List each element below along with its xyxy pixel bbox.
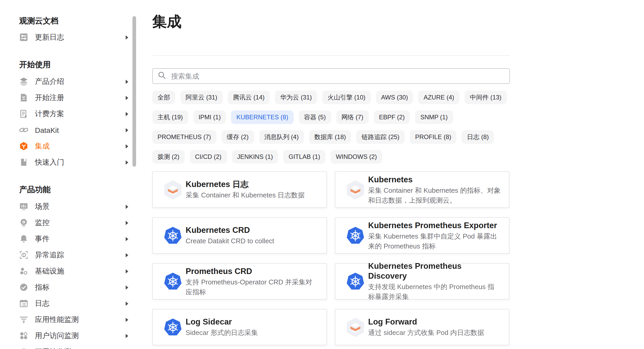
sidebar-item-scene[interactable]: 场景 xyxy=(19,198,129,215)
sidebar-item-apm[interactable]: 应用性能监测 xyxy=(19,311,129,328)
sidebar-item-quickstart[interactable]: 快速入门 xyxy=(19,154,129,170)
filter-chip[interactable]: IPMI (1) xyxy=(193,110,226,124)
sidebar-item-product-intro[interactable]: 产品介绍 xyxy=(19,73,129,90)
sidebar-item-availability[interactable]: 可用性监测 xyxy=(19,344,129,349)
sidebar-item-update-log[interactable]: 更新日志 xyxy=(19,29,129,45)
filter-chip[interactable]: 消息队列 (4) xyxy=(259,130,304,144)
sidebar-item-datakit[interactable]: DataKit xyxy=(19,122,129,138)
filter-chip[interactable]: 容器 (5) xyxy=(299,110,331,124)
sidebar-item-label: 监控 xyxy=(35,218,50,227)
sidebar-item-label: 事件 xyxy=(35,234,50,244)
filter-chip[interactable]: EBPF (2) xyxy=(374,110,410,124)
sidebar-item-logs[interactable]: 日志 xyxy=(19,295,129,311)
integration-card[interactable]: Kubernetes 日志采集 Container 和 Kubernetes 日… xyxy=(152,171,327,208)
card-description: Sidecar 形式的日志采集 xyxy=(186,328,258,338)
register-icon xyxy=(19,93,28,102)
card-text: Kubernetes CRDCreate Datakit CRD to coll… xyxy=(186,225,274,246)
sidebar: 观测云文档 更新日志开始使用产品介绍开始注册¥计费方案DataKit集成快速入门… xyxy=(0,0,137,349)
chevron-right-icon xyxy=(126,269,128,273)
filter-chip[interactable]: WINDOWS (2) xyxy=(331,150,382,164)
card-description: 采集 Container 和 Kubernetes 日志数据 xyxy=(186,190,305,200)
sidebar-item-integration[interactable]: 集成 xyxy=(19,138,129,154)
card-text: Kubernetes采集 Container 和 Kubernetes 的指标、… xyxy=(368,174,501,205)
filter-chip[interactable]: PROFILE (8) xyxy=(410,130,457,144)
filter-chip[interactable]: SNMP (1) xyxy=(415,110,453,124)
integration-card[interactable]: Prometheus CRD支持 Prometheus-Operator CRD… xyxy=(152,263,327,300)
kubernetes-icon xyxy=(164,318,182,336)
filter-chip[interactable]: CI/CD (2) xyxy=(190,150,227,164)
sidebar-item-error-tracking[interactable]: 异常追踪 xyxy=(19,247,129,263)
sidebar-item-event[interactable]: 事件 xyxy=(19,231,129,247)
sidebar-item-label: 可用性监测 xyxy=(35,347,71,349)
sidebar-item-monitor[interactable]: 监控 xyxy=(19,215,129,231)
integration-card[interactable]: Log Forward通过 sidecar 方式收集 Pod 内日志数据 xyxy=(335,309,509,345)
filter-chip[interactable]: 阿里云 (31) xyxy=(180,91,222,104)
filter-chip[interactable]: 日志 (8) xyxy=(462,130,494,144)
bell-icon xyxy=(19,234,28,243)
filter-chip[interactable]: 腾讯云 (14) xyxy=(228,91,270,104)
search-input[interactable] xyxy=(170,72,504,80)
filter-chip[interactable]: 拨测 (2) xyxy=(152,150,185,164)
filter-chip[interactable]: PROMETHEUS (7) xyxy=(152,130,216,144)
filter-chip-row: 主机 (19)IPMI (1)KUBERNETES (8)容器 (5)网络 (7… xyxy=(152,110,510,124)
sidebar-item-billing[interactable]: ¥计费方案 xyxy=(19,106,129,122)
filter-chip[interactable]: AZURE (4) xyxy=(418,91,459,104)
filter-chip[interactable]: 数据库 (18) xyxy=(309,130,351,144)
card-title: Kubernetes CRD xyxy=(186,225,274,235)
sidebar-item-label: 指标 xyxy=(35,283,50,292)
filter-chip[interactable]: JENKINS (1) xyxy=(232,150,278,164)
filter-chip[interactable]: 全部 xyxy=(152,91,175,104)
sidebar-item-label: 产品介绍 xyxy=(35,77,64,86)
integration-card[interactable]: Kubernetes采集 Container 和 Kubernetes 的指标、… xyxy=(335,171,509,208)
card-description: 通过 sidecar 方式收集 Pod 内日志数据 xyxy=(368,328,484,338)
filter-chip[interactable]: 火山引擎 (10) xyxy=(322,91,370,104)
card-text: Kubernetes Prometheus Exporter采集 Kuberne… xyxy=(368,220,501,251)
filter-chip[interactable]: 缓存 (2) xyxy=(221,130,254,144)
filter-chip[interactable]: AWS (30) xyxy=(376,91,413,104)
filter-chips: 全部阿里云 (31)腾讯云 (14)华为云 (31)火山引擎 (10)AWS (… xyxy=(152,91,510,164)
filter-chip[interactable]: 华为云 (31) xyxy=(275,91,317,104)
sidebar-item-rum[interactable]: 用户访问监测 xyxy=(19,328,129,344)
update-log-icon xyxy=(19,33,28,42)
error-tracking-icon xyxy=(19,251,28,259)
filter-chip[interactable]: 网络 (7) xyxy=(336,110,368,124)
kubernetes-icon xyxy=(346,226,364,245)
chevron-right-icon xyxy=(126,253,128,257)
search-icon xyxy=(158,71,170,81)
sidebar-item-label: 更新日志 xyxy=(35,33,64,42)
sidebar-item-label: 异常追踪 xyxy=(35,250,64,260)
integration-card[interactable]: Kubernetes Prometheus Exporter采集 Kuberne… xyxy=(335,217,509,254)
sidebar-item-register[interactable]: 开始注册 xyxy=(19,90,129,106)
card-title: Log Sidecar xyxy=(186,317,258,327)
layers-icon xyxy=(19,77,28,86)
filter-chip[interactable]: 链路追踪 (25) xyxy=(356,130,405,144)
card-title: Log Forward xyxy=(368,317,484,327)
sidebar-nav: 观测云文档 更新日志开始使用产品介绍开始注册¥计费方案DataKit集成快速入门… xyxy=(0,0,129,349)
sidebar-items: 更新日志开始使用产品介绍开始注册¥计费方案DataKit集成快速入门产品功能场景… xyxy=(19,29,129,349)
sidebar-item-infrastructure[interactable]: 基础设施 xyxy=(19,263,129,279)
filter-chip[interactable]: 中间件 (13) xyxy=(465,91,507,104)
integration-card[interactable]: Kubernetes Prometheus Discovery支持发现 Kube… xyxy=(335,263,509,300)
filter-chip-row: 全部阿里云 (31)腾讯云 (14)华为云 (31)火山引擎 (10)AWS (… xyxy=(152,91,510,104)
chevron-right-icon xyxy=(126,334,128,338)
card-text: Log Forward通过 sidecar 方式收集 Pod 内日志数据 xyxy=(368,317,484,338)
kubernetes-icon xyxy=(346,272,364,290)
filter-chip[interactable]: KUBERNETES (8) xyxy=(231,110,294,124)
card-title: Kubernetes Prometheus Exporter xyxy=(368,220,501,230)
quickstart-icon xyxy=(19,158,28,167)
sidebar-item-label: 场景 xyxy=(35,202,50,211)
sidebar-item-metrics[interactable]: 指标 xyxy=(19,279,129,295)
filter-chip[interactable]: 主机 (19) xyxy=(152,110,188,124)
chevron-right-icon xyxy=(126,128,128,132)
card-text: Kubernetes 日志采集 Container 和 Kubernetes 日… xyxy=(186,179,305,200)
chevron-right-icon xyxy=(126,79,128,84)
chevron-right-icon xyxy=(126,317,128,322)
integration-card[interactable]: Kubernetes CRDCreate Datakit CRD to coll… xyxy=(152,217,327,254)
guance-hex-icon xyxy=(346,317,364,337)
filter-chip[interactable]: GITLAB (1) xyxy=(283,150,325,164)
kubernetes-icon xyxy=(164,272,182,290)
integration-card[interactable]: Log SidecarSidecar 形式的日志采集 xyxy=(152,309,327,345)
guance-hex-icon xyxy=(164,179,182,200)
card-title: Kubernetes Prometheus Discovery xyxy=(368,261,501,281)
sidebar-scrollbar[interactable] xyxy=(132,16,136,167)
